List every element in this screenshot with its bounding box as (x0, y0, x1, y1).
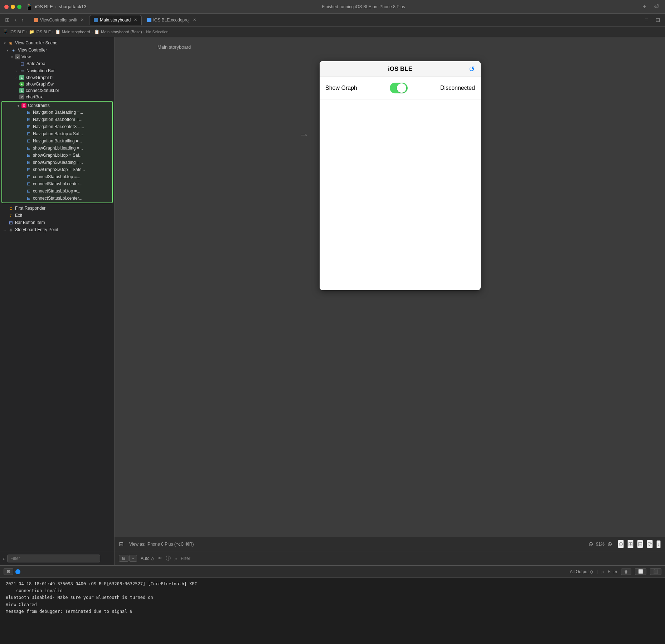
all-output-label[interactable]: All Output ◇ (570, 569, 593, 574)
breadcrumb-icon-4: 📋 (94, 29, 99, 34)
storyboard-canvas[interactable]: Main storyboard → iOS BLE ↺ Show Graph (115, 37, 665, 551)
nav-bar-icon: ▭ (19, 68, 25, 74)
breadcrumb-iosble-2[interactable]: iOS BLE (36, 30, 51, 34)
maximize-button[interactable] (17, 5, 21, 9)
tree-label-nb-centerx: Navigation Bar.centerX =... (33, 124, 84, 129)
console-line-2: connection invalid (6, 587, 659, 594)
tree-constraint-nb-top[interactable]: ⊟ Navigation Bar.top = Saf... (2, 130, 112, 137)
tab-viewcontroller[interactable]: ViewController.swift ✕ (29, 15, 88, 25)
tab-xcodeproj[interactable]: iOS BLE.xcodeproj ✕ (142, 15, 200, 25)
tree-label-exit: Exit (15, 213, 22, 218)
tree-navigation-bar[interactable]: › ▭ Navigation Bar (0, 67, 114, 74)
tree-constraint-sgsw-top[interactable]: ⊟ showGraphSw.top = Safe... (2, 166, 112, 173)
constraint-sgl-leading-icon: ⊟ (26, 145, 31, 151)
phone-toggle-switch[interactable] (390, 83, 408, 93)
console-panel-btn-1[interactable]: ⬜ (635, 568, 646, 575)
download-button[interactable]: ↓ (656, 540, 661, 548)
breadcrumb-no-selection: No Selection (146, 30, 168, 34)
sidebar-toggle[interactable]: ⊞ (3, 15, 12, 25)
tab-close-sb[interactable]: ✕ (134, 18, 137, 22)
constraint-nb-top-icon: ⊟ (26, 131, 31, 137)
panel-toggle-btn[interactable]: ⊟ (119, 541, 123, 547)
breadcrumb-icon-2: 📁 (29, 29, 34, 34)
nav-forward[interactable]: › (19, 15, 25, 25)
tab-mainstoryboard-label: Main.storyboard (100, 18, 131, 23)
nav-back[interactable]: ‹ (13, 15, 19, 25)
phone-simulator-frame: iOS BLE ↺ Show Graph Disconnected (320, 61, 481, 290)
fit-to-screen-button[interactable]: ⊙ (618, 540, 624, 548)
tree-constraint-csl-center1[interactable]: ⊟ connectStatusLbl.center... (2, 180, 112, 187)
tree-constraint-nb-centerx[interactable]: ⊞ Navigation Bar.centerX =... (2, 123, 112, 130)
editor-options[interactable]: ≡ (643, 15, 650, 25)
tree-show-graph-lbl[interactable]: › L showGraphLbl (0, 74, 114, 81)
tab-close-vc[interactable]: ✕ (81, 18, 84, 22)
tree-bar-button-item[interactable]: ⊞ Bar Button Item (0, 219, 114, 226)
zoom-out-button[interactable]: ⊖ (588, 541, 593, 547)
device-rotate-button[interactable]: ⟳ (647, 540, 653, 548)
phone-status-label: Disconnected (440, 85, 475, 91)
toggle-panel-left[interactable]: ⊟ (119, 555, 128, 562)
console-panel-btn-2[interactable]: ⬛ (650, 568, 661, 575)
exit-icon: ⤴ (8, 213, 14, 218)
breadcrumb-mainstoryboard[interactable]: Main.storyboard (62, 30, 90, 34)
tree-safe-area[interactable]: ⊟ Safe Area (0, 60, 114, 67)
tree-view[interactable]: ▾ V View (0, 54, 114, 60)
tree-view-controller[interactable]: ▾ ◈ View Controller (0, 47, 114, 54)
breadcrumb-sep-1: › (55, 4, 57, 9)
breadcrumb-iosble-1[interactable]: iOS BLE (10, 30, 25, 34)
constraint-sgsw-top-icon: ⊟ (26, 167, 31, 172)
tree-label-csl-top2: connectStatusLbl.top =... (33, 189, 80, 194)
panel-split[interactable]: ⊟ (653, 15, 662, 25)
tree-constraint-nb-bottom[interactable]: ⊟ Navigation Bar.bottom =... (2, 116, 112, 123)
tree-show-graph-sw[interactable]: ● showGraphSw (0, 81, 114, 87)
tree-constraint-nb-trailing[interactable]: ⊟ Navigation Bar.trailing =... (2, 137, 112, 145)
constraint-csl-top1-icon: ⊟ (26, 174, 31, 180)
username[interactable]: shaqattack13 (59, 4, 86, 9)
tree-connect-status-lbl[interactable]: L connectStatusLbl (0, 87, 114, 94)
close-button[interactable] (4, 5, 9, 9)
app-icon: 📱 (26, 3, 33, 10)
tree-constraint-nb-leading[interactable]: ⊟ Navigation Bar.leading =... (2, 109, 112, 116)
console-collapse-btn[interactable]: ⊟ (4, 568, 13, 575)
tree-exit[interactable]: ⤴ Exit (0, 212, 114, 219)
add-tab-button[interactable]: + (641, 2, 648, 11)
tree-label-nb-trailing: Navigation Bar.trailing =... (33, 138, 82, 143)
breadcrumb-mainstoryboard-base[interactable]: Main.storyboard (Base) (101, 30, 142, 34)
tree-first-responder[interactable]: ⊙ First Responder (0, 205, 114, 212)
storyboard-canvas-label: Main storyboard (157, 44, 191, 50)
tree-arrow-entry: → (3, 228, 6, 232)
tree-label-nb-top: Navigation Bar.top = Saf... (33, 131, 83, 136)
actual-size-button[interactable]: ⊞ (627, 540, 634, 548)
tree-chart-box[interactable]: V chartBox (0, 94, 114, 100)
tree-constraints[interactable]: ▾ ⊞ Constraints (2, 102, 112, 109)
console-trash-btn[interactable]: 🗑 (621, 569, 631, 575)
constraint-csl-center2-icon: ⊟ (26, 195, 31, 201)
tree-constraint-sgl-leading[interactable]: ⊟ showGraphLbl.leading =... (2, 145, 112, 152)
tree-constraint-sgsw-leading[interactable]: ⊟ showGraphSw.leading =... (2, 159, 112, 166)
connect-status-lbl-icon: L (19, 88, 24, 93)
tree-constraint-csl-top2[interactable]: ⊟ connectStatusLbl.top =... (2, 187, 112, 195)
tree-constraint-sgl-top[interactable]: ⊟ showGraphLbl.top = Saf... (2, 152, 112, 159)
phone-content-area: Show Graph Disconnected (320, 77, 481, 99)
tree-constraint-csl-center2[interactable]: ⊟ connectStatusLbl.center... (2, 195, 112, 202)
first-responder-icon: ⊙ (8, 205, 14, 211)
tab-mainstoryboard[interactable]: Main.storyboard ✕ (89, 15, 142, 25)
tree-view-controller-scene[interactable]: ▾ ◉ View Controller Scene (0, 39, 114, 47)
storyboard-file-icon (94, 18, 98, 22)
app-name[interactable]: iOS BLE (35, 4, 53, 9)
safe-area-button[interactable]: ⊟ (637, 540, 643, 548)
tree-label-vc: View Controller (18, 48, 47, 53)
bottom-panel-toggle: ⊟ ▪ (119, 555, 137, 562)
constraint-csl-center1-icon: ⊟ (26, 181, 31, 187)
tree-storyboard-entry-point[interactable]: → ◈ Storyboard Entry Point (0, 226, 114, 233)
return-button[interactable]: ⏎ (652, 2, 661, 11)
tree-filter-input[interactable] (7, 555, 100, 562)
console-output: 2021-04-18 18:01:49.335098-0400 iOS BLE[… (0, 578, 665, 644)
canvas-status-bar: ⊟ View as: iPhone 8 Plus (⌥C ⌘R) ⊖ 91% ⊕… (115, 537, 665, 551)
toggle-panel-right[interactable]: ▪ (129, 555, 137, 562)
zoom-in-button[interactable]: ⊕ (607, 541, 612, 547)
minimize-button[interactable] (11, 5, 15, 9)
tab-close-xp[interactable]: ✕ (193, 18, 196, 22)
tree-constraint-csl-top1[interactable]: ⊟ connectStatusLbl.top =... (2, 173, 112, 180)
main-area: ▾ ◉ View Controller Scene ▾ ◈ View Contr… (0, 37, 665, 551)
